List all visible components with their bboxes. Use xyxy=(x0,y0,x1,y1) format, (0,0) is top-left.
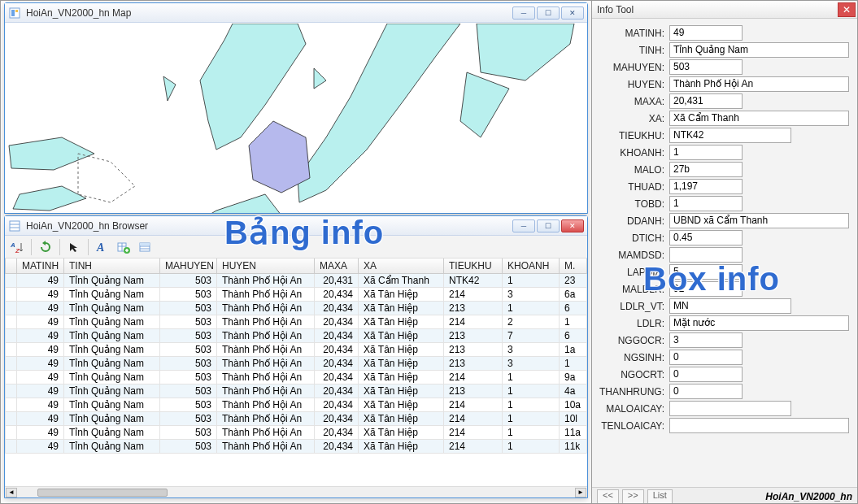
table-row[interactable]: 49Tỉnh Quảng Nam503Thành Phố Hội An20,43… xyxy=(6,302,587,315)
table-row[interactable]: 49Tỉnh Quảng Nam503Thành Phố Hội An20,43… xyxy=(6,385,587,398)
cell-mahuyen: 503 xyxy=(160,302,217,315)
row-selector[interactable] xyxy=(6,371,17,385)
row-selector[interactable] xyxy=(6,274,17,288)
info-field-label: NGGOCR: xyxy=(592,335,669,346)
info-tool-pane: Info Tool ✕ MATINH:49TINH:Tỉnh Quảng Nam… xyxy=(591,1,857,504)
row-selector[interactable] xyxy=(6,426,17,440)
row-selector[interactable] xyxy=(6,315,17,329)
info-field-value[interactable]: 49 xyxy=(669,25,743,41)
maximize-button[interactable]: ☐ xyxy=(537,219,560,232)
info-field-value[interactable]: 0 xyxy=(669,350,743,365)
col-tieukhu[interactable]: TIEUKHU xyxy=(444,259,503,274)
row-selector[interactable] xyxy=(6,385,17,398)
row-selector[interactable] xyxy=(6,398,17,412)
col-tinh[interactable]: TINH xyxy=(64,259,160,274)
table-row[interactable]: 49Tỉnh Quảng Nam503Thành Phố Hội An20,43… xyxy=(6,329,587,343)
close-button[interactable]: ✕ xyxy=(561,219,584,232)
table-row[interactable]: 49Tỉnh Quảng Nam503Thành Phố Hội An20,43… xyxy=(6,412,587,426)
minimize-button[interactable]: ─ xyxy=(512,219,535,232)
info-field-value[interactable] xyxy=(669,247,743,263)
map-canvas[interactable] xyxy=(5,24,587,213)
browser-grid[interactable]: MATINH TINH MAHUYEN HUYEN MAXA XA TIEUKH… xyxy=(5,259,587,486)
col-xa[interactable]: XA xyxy=(359,259,444,274)
info-field-value[interactable]: 3 xyxy=(669,332,743,348)
scroll-right-arrow[interactable]: ► xyxy=(575,488,586,497)
info-field-value[interactable]: 27b xyxy=(669,162,743,177)
table-row[interactable]: 49Tỉnh Quảng Nam503Thành Phố Hội An20,43… xyxy=(6,343,587,357)
info-field-value[interactable]: UBND xã Cẩm Thanh xyxy=(669,213,849,228)
info-field-value[interactable] xyxy=(669,401,791,416)
row-selector[interactable] xyxy=(6,357,17,371)
cell-xa: Xã Tân Hiệp xyxy=(359,440,444,454)
row-selector[interactable] xyxy=(6,343,17,357)
row-selector[interactable] xyxy=(6,329,17,343)
table-row[interactable]: 49Tỉnh Quảng Nam503Thành Phố Hội An20,43… xyxy=(6,274,587,288)
row-selector[interactable] xyxy=(6,288,17,302)
map-titlebar[interactable]: HoiAn_VN2000_hn Map ─ ☐ ✕ xyxy=(5,3,587,23)
info-field-value[interactable]: MN xyxy=(669,298,791,314)
cell-mahuyen: 503 xyxy=(160,412,217,426)
table-row[interactable]: 49Tỉnh Quảng Nam503Thành Phố Hội An20,43… xyxy=(6,315,587,329)
info-field-value[interactable] xyxy=(669,418,849,433)
info-field-value[interactable]: Mặt nước xyxy=(669,315,849,331)
next-record-button[interactable]: >> xyxy=(622,489,644,504)
info-field-value[interactable]: 503 xyxy=(669,59,743,75)
row-selector[interactable] xyxy=(6,302,17,315)
list-button[interactable]: List xyxy=(647,489,673,504)
maximize-button[interactable]: ☐ xyxy=(537,7,560,20)
info-field-value[interactable]: 1 xyxy=(669,145,743,160)
table-row[interactable]: 49Tỉnh Quảng Nam503Thành Phố Hội An20,43… xyxy=(6,440,587,454)
cell-huyen: Thành Phố Hội An xyxy=(217,302,315,315)
col-maxa[interactable]: MAXA xyxy=(315,259,359,274)
info-field-value[interactable]: 5 xyxy=(669,264,743,280)
grid-header[interactable]: MATINH TINH MAHUYEN HUYEN MAXA XA TIEUKH… xyxy=(6,259,587,274)
table-row[interactable]: 49Tỉnh Quảng Nam503Thành Phố Hội An20,43… xyxy=(6,371,587,385)
info-field-value[interactable]: 92 xyxy=(669,281,743,297)
info-field-value[interactable]: NTK42 xyxy=(669,128,791,143)
close-button[interactable]: ✕ xyxy=(561,7,584,20)
info-field-value[interactable]: 0.45 xyxy=(669,230,743,245)
col-huyen[interactable]: HUYEN xyxy=(217,259,315,274)
col-khoanh[interactable]: KHOANH xyxy=(503,259,560,274)
refresh-button[interactable] xyxy=(37,238,54,256)
cell-tinh: Tỉnh Quảng Nam xyxy=(64,371,160,385)
cell-matinh: 49 xyxy=(17,412,64,426)
info-field-value[interactable]: 20,431 xyxy=(669,93,743,109)
cell-matinh: 49 xyxy=(17,315,64,329)
prev-record-button[interactable]: << xyxy=(597,489,619,504)
close-button[interactable]: ✕ xyxy=(838,2,856,17)
info-field-value[interactable]: 1,197 xyxy=(669,179,743,194)
info-field-value[interactable]: Tỉnh Quảng Nam xyxy=(669,42,849,58)
font-style-button[interactable]: A xyxy=(94,238,111,256)
info-field-value[interactable]: Xã Cẩm Thanh xyxy=(669,111,849,126)
info-field-label: MAXA: xyxy=(592,96,669,107)
col-matinh[interactable]: MATINH xyxy=(17,259,64,274)
horizontal-scrollbar[interactable]: ◄ ► xyxy=(5,486,587,497)
select-tool-button[interactable] xyxy=(65,238,83,256)
cell-huyen: Thành Phố Hội An xyxy=(217,412,315,426)
table-row[interactable]: 49Tỉnh Quảng Nam503Thành Phố Hội An20,43… xyxy=(6,426,587,440)
col-mahuyen[interactable]: MAHUYEN xyxy=(160,259,217,274)
table-row[interactable]: 49Tỉnh Quảng Nam503Thành Phố Hội An20,43… xyxy=(6,398,587,412)
row-selector[interactable] xyxy=(6,440,17,454)
cell-tieukhu: 214 xyxy=(444,398,503,412)
col-m[interactable]: M. xyxy=(560,259,587,274)
scroll-left-arrow[interactable]: ◄ xyxy=(6,488,17,497)
table-row[interactable]: 49Tỉnh Quảng Nam503Thành Phố Hội An20,43… xyxy=(6,288,587,302)
scroll-thumb[interactable] xyxy=(37,489,168,497)
sort-az-button[interactable]: AZ xyxy=(8,238,26,256)
row-selector[interactable] xyxy=(6,412,17,426)
info-field-value[interactable]: 0 xyxy=(669,367,743,382)
browser-titlebar[interactable]: HoiAn_VN2000_hn Browser ─ ☐ ✕ xyxy=(5,216,587,236)
info-field-value[interactable]: 1 xyxy=(669,196,743,211)
table-options-button[interactable] xyxy=(136,238,154,256)
info-field-value[interactable]: 0 xyxy=(669,384,743,399)
cell-m: 6 xyxy=(560,329,587,343)
info-tool-titlebar[interactable]: Info Tool ✕ xyxy=(592,1,857,19)
table-add-button[interactable] xyxy=(115,238,133,256)
table-row[interactable]: 49Tỉnh Quảng Nam503Thành Phố Hội An20,43… xyxy=(6,357,587,371)
minimize-button[interactable]: ─ xyxy=(512,7,535,20)
cell-mahuyen: 503 xyxy=(160,357,217,371)
info-field-value[interactable]: Thành Phố Hội An xyxy=(669,76,849,92)
row-selector-header[interactable] xyxy=(6,259,17,274)
